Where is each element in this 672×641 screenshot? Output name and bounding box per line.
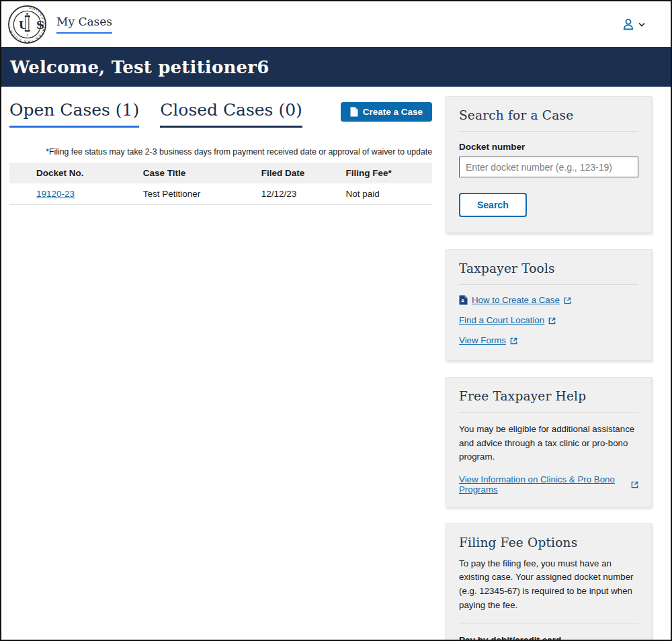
welcome-heading: Welcome, Test petitioner6 <box>10 57 269 77</box>
open-cases-table: Docket No. Case Title Filed Date Filing … <box>9 163 432 205</box>
help-card-body: You may be eligible for additional assis… <box>459 423 638 464</box>
account-menu-button[interactable] <box>621 17 645 32</box>
tools-card-title: Taxpayer Tools <box>459 261 638 275</box>
fee-card-title: Filing Fee Options <box>459 536 638 550</box>
external-link-icon <box>564 297 571 304</box>
filing-fee-note: *Filing fee status may take 2-3 business… <box>9 147 432 157</box>
search-card-title: Search for a Case <box>459 108 638 122</box>
divider <box>459 624 638 624</box>
taxpayer-tools-card: Taxpayer Tools A How to Create a Case <box>446 249 652 361</box>
help-card-title: Free Taxpayer Help <box>459 389 638 403</box>
seal-center-letters: US <box>19 17 47 31</box>
search-case-card: Search for a Case Docket number Search <box>446 96 652 233</box>
how-to-create-case-link[interactable]: How to Create a Case <box>472 295 560 305</box>
svg-text:A: A <box>461 298 464 303</box>
clinics-pro-bono-link[interactable]: View Information on Clinics & Pro Bono P… <box>459 474 628 495</box>
pay-by-card-heading: Pay by debit/credit card <box>459 635 638 641</box>
column-case-title: Case Title <box>136 163 255 183</box>
fee-card-body: To pay the filing fee, you must have an … <box>459 557 638 612</box>
docket-number-link[interactable]: 19120-23 <box>36 189 75 199</box>
app-header: UNITED STATES TAX COURT US My Cases <box>1 1 671 47</box>
divider <box>459 412 638 413</box>
tools-link-row: Find a Court Location <box>459 315 638 325</box>
cases-main-panel: Open Cases (1) Closed Cases (0) Create a… <box>9 96 432 205</box>
table-header-row: Docket No. Case Title Filed Date Filing … <box>9 163 432 183</box>
tab-closed-cases[interactable]: Closed Cases (0) <box>160 101 302 128</box>
tools-link-row: View Forms <box>459 335 638 345</box>
file-icon <box>350 107 358 117</box>
free-taxpayer-help-card: Free Taxpayer Help You may be eligible f… <box>446 377 652 507</box>
external-link-icon <box>631 481 638 488</box>
search-button[interactable]: Search <box>459 193 527 217</box>
docket-number-label: Docket number <box>459 142 638 152</box>
chevron-down-icon <box>638 22 645 27</box>
cell-filed-date: 12/12/23 <box>255 183 339 205</box>
tools-link-row: A How to Create a Case <box>459 295 638 305</box>
pdf-file-icon: A <box>459 295 468 305</box>
divider <box>459 284 638 285</box>
filing-fee-options-card: Filing Fee Options To pay the filing fee… <box>446 523 652 641</box>
content-area: Open Cases (1) Closed Cases (0) Create a… <box>1 87 671 641</box>
find-court-location-link[interactable]: Find a Court Location <box>459 315 544 325</box>
tab-open-cases[interactable]: Open Cases (1) <box>9 101 139 128</box>
nav-my-cases[interactable]: My Cases <box>56 15 112 34</box>
column-filing-fee: Filing Fee* <box>339 163 432 183</box>
us-tax-court-seal-icon: UNITED STATES TAX COURT US <box>7 5 47 44</box>
welcome-banner: Welcome, Test petitioner6 <box>1 47 671 87</box>
cell-case-title: Test Petitioner <box>136 183 255 205</box>
create-case-label: Create a Case <box>363 107 423 117</box>
page: UNITED STATES TAX COURT US My Cases We <box>0 0 672 641</box>
create-case-button[interactable]: Create a Case <box>341 102 432 122</box>
divider <box>459 131 638 132</box>
view-forms-link[interactable]: View Forms <box>459 335 506 345</box>
cell-filing-fee: Not paid <box>339 183 432 205</box>
sidebar: Search for a Case Docket number Search T… <box>446 96 652 641</box>
user-account-icon <box>621 17 636 32</box>
column-docket-no: Docket No. <box>9 163 136 183</box>
table-row: 19120-23 Test Petitioner 12/12/23 Not pa… <box>9 183 432 205</box>
external-link-icon <box>510 337 517 345</box>
column-filed-date: Filed Date <box>255 163 339 183</box>
external-link-icon <box>548 317 556 325</box>
docket-number-input[interactable] <box>459 157 638 177</box>
cases-tabs: Open Cases (1) Closed Cases (0) Create a… <box>9 101 432 128</box>
